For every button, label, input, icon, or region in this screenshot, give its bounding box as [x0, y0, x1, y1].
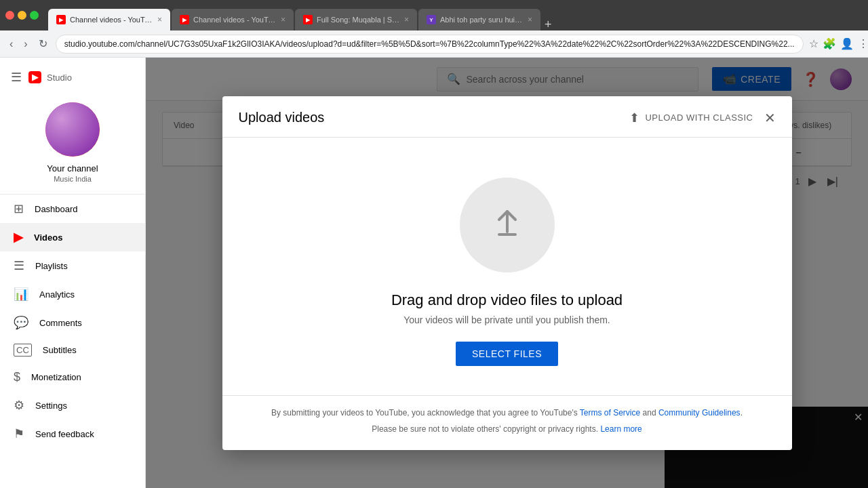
sidebar-item-dashboard[interactable]: ⊞ Dashboard — [0, 195, 145, 223]
subtitles-icon: CC — [14, 344, 32, 357]
browser-nav-icons: ☆ 🧩 👤 ⋮ — [809, 37, 868, 50]
upload-modal-overlay: Upload videos ⬆ UPLOAD WITH CLASSIC ✕ — [146, 58, 868, 488]
window-controls — [5, 11, 39, 20]
footer-prefix: By submitting your videos to YouTube, yo… — [271, 408, 580, 418]
modal-footer: By submitting your videos to YouTube, yo… — [222, 395, 792, 450]
footer-text-2: Please be sure not to violate others' co… — [239, 423, 776, 435]
forward-button[interactable]: › — [21, 35, 30, 54]
terms-of-service-link[interactable]: Terms of Service — [580, 408, 640, 418]
browser-nav-bar: ‹ › ↻ studio.youtube.com/channel/UC7G3s0… — [0, 30, 868, 58]
videos-icon: ▶ — [14, 230, 23, 245]
browser-tab-4[interactable]: Y Abhi toh party suru hui hai - Ya... × — [418, 9, 540, 30]
youtube-icon: ▶ — [28, 71, 41, 83]
upload-modal: Upload videos ⬆ UPLOAD WITH CLASSIC ✕ — [222, 96, 792, 450]
upload-classic-button[interactable]: ⬆ UPLOAD WITH CLASSIC — [629, 110, 753, 125]
tab-title-4: Abhi toh party suru hui hai - Ya... — [440, 16, 524, 24]
playlists-icon: ☰ — [14, 258, 24, 273]
select-files-label: SELECT FILES — [472, 348, 542, 359]
tab-title-1: Channel videos - YouTube Stu... — [70, 16, 153, 24]
address-text: studio.youtube.com/channel/UC7G3s05UxaF1… — [64, 39, 795, 49]
tab-favicon-4: Y — [427, 15, 436, 24]
upload-classic-icon: ⬆ — [629, 110, 640, 125]
modal-title: Upload videos — [239, 110, 325, 125]
sidebar-item-subtitles[interactable]: CC Subtitles — [0, 337, 145, 363]
sidebar-item-videos[interactable]: ▶ Videos — [0, 223, 145, 251]
channel-sub-label: Music India — [11, 175, 134, 183]
upload-svg — [488, 206, 526, 244]
community-guidelines-link[interactable]: Community Guidelines — [658, 408, 741, 418]
drag-drop-title: Drag and drop video files to upload — [391, 291, 623, 309]
sidebar-header[interactable]: ☰ ▶ Studio — [0, 64, 145, 96]
subtitles-label: Subtitles — [43, 345, 77, 355]
settings-label: Settings — [35, 401, 67, 411]
analytics-icon: 📊 — [14, 287, 28, 302]
sidebar-item-comments[interactable]: 💬 Comments — [0, 308, 145, 337]
learn-more-link[interactable]: Learn more — [600, 424, 642, 434]
browser-tab-3[interactable]: ▶ Full Song: Muqabla | Street Da... × — [295, 9, 417, 30]
dashboard-icon: ⊞ — [14, 201, 24, 216]
comments-label: Comments — [39, 318, 82, 328]
browser-tab-2[interactable]: ▶ Channel videos - YouTube Stu... × — [172, 9, 294, 30]
settings-menu-icon[interactable]: ⋮ — [858, 37, 868, 50]
address-bar[interactable]: studio.youtube.com/channel/UC7G3s05UxaF1… — [56, 35, 804, 54]
avatar-image — [45, 102, 100, 157]
modal-close-button[interactable]: ✕ — [764, 110, 776, 126]
dashboard-label: Dashboard — [35, 204, 78, 214]
bookmark-icon[interactable]: ☆ — [809, 37, 818, 50]
tab-close-2[interactable]: × — [281, 15, 285, 24]
back-button[interactable]: ‹ — [7, 35, 16, 54]
extensions-icon[interactable]: 🧩 — [823, 37, 836, 50]
sidebar-nav: ⊞ Dashboard ▶ Videos ☰ Playlists 📊 Analy… — [0, 195, 145, 448]
playlists-label: Playlists — [35, 261, 68, 271]
sidebar-item-analytics[interactable]: 📊 Analytics — [0, 280, 145, 308]
browser-tab-1[interactable]: ▶ Channel videos - YouTube Stu... × — [48, 9, 170, 30]
maximize-window-button[interactable] — [30, 11, 39, 20]
feedback-icon: ⚑ — [14, 426, 24, 441]
sidebar-item-playlists[interactable]: ☰ Playlists — [0, 251, 145, 280]
analytics-label: Analytics — [39, 289, 75, 300]
comments-icon: 💬 — [14, 315, 28, 330]
monetization-label: Monetization — [31, 372, 81, 382]
monetization-icon: $ — [14, 370, 20, 384]
minimize-window-button[interactable] — [18, 11, 26, 20]
tab-title-3: Full Song: Muqabla | Street Da... — [317, 16, 400, 24]
modal-header: Upload videos ⬆ UPLOAD WITH CLASSIC ✕ — [222, 96, 792, 138]
hamburger-icon[interactable]: ☰ — [11, 70, 22, 85]
browser-tabs: ▶ Channel videos - YouTube Stu... × ▶ Ch… — [48, 0, 863, 30]
tab-close-1[interactable]: × — [157, 15, 162, 24]
videos-label: Videos — [34, 232, 62, 243]
modal-body: Drag and drop video files to upload Your… — [222, 138, 792, 395]
footer-text-1: By submitting your videos to YouTube, yo… — [239, 407, 776, 419]
upload-classic-label: UPLOAD WITH CLASSIC — [645, 113, 753, 123]
sidebar-item-settings[interactable]: ⚙ Settings — [0, 391, 145, 420]
app-container: ☰ ▶ Studio Your channel Music India ⊞ Da… — [0, 58, 868, 488]
tab-title-2: Channel videos - YouTube Stu... — [193, 16, 277, 24]
main-content: 🔍 📹 CREATE ❓ Video Visibility Restrictio — [146, 58, 868, 488]
tab-close-3[interactable]: × — [404, 15, 409, 24]
drag-drop-subtitle: Your videos will be private until you pu… — [403, 314, 610, 325]
feedback-label: Send feedback — [35, 429, 94, 439]
select-files-button[interactable]: SELECT FILES — [456, 342, 558, 366]
new-tab-button[interactable]: + — [545, 18, 552, 30]
sidebar: ☰ ▶ Studio Your channel Music India ⊞ Da… — [0, 58, 146, 488]
channel-section: Your channel Music India — [0, 96, 145, 195]
channel-name-label: Your channel — [11, 163, 134, 174]
upload-arrow-icon — [488, 206, 526, 244]
youtube-studio-logo: ▶ Studio — [28, 71, 72, 83]
upload-drop-zone[interactable] — [460, 178, 555, 272]
sidebar-item-feedback[interactable]: ⚑ Send feedback — [0, 420, 145, 448]
profile-icon[interactable]: 👤 — [840, 37, 854, 50]
channel-avatar[interactable] — [45, 102, 100, 157]
refresh-button[interactable]: ↻ — [36, 35, 50, 54]
footer-period: . — [741, 408, 743, 418]
footer-and: and — [640, 408, 658, 418]
tab-favicon-3: ▶ — [303, 15, 313, 24]
studio-label: Studio — [47, 73, 72, 83]
sidebar-item-monetization[interactable]: $ Monetization — [0, 363, 145, 391]
close-window-button[interactable] — [5, 11, 14, 20]
browser-chrome: ▶ Channel videos - YouTube Stu... × ▶ Ch… — [0, 0, 868, 30]
modal-header-right: ⬆ UPLOAD WITH CLASSIC ✕ — [629, 110, 776, 126]
tab-close-4[interactable]: × — [528, 15, 532, 24]
tab-favicon-2: ▶ — [180, 15, 189, 24]
footer-line2-prefix: Please be sure not to violate others' co… — [372, 424, 600, 434]
